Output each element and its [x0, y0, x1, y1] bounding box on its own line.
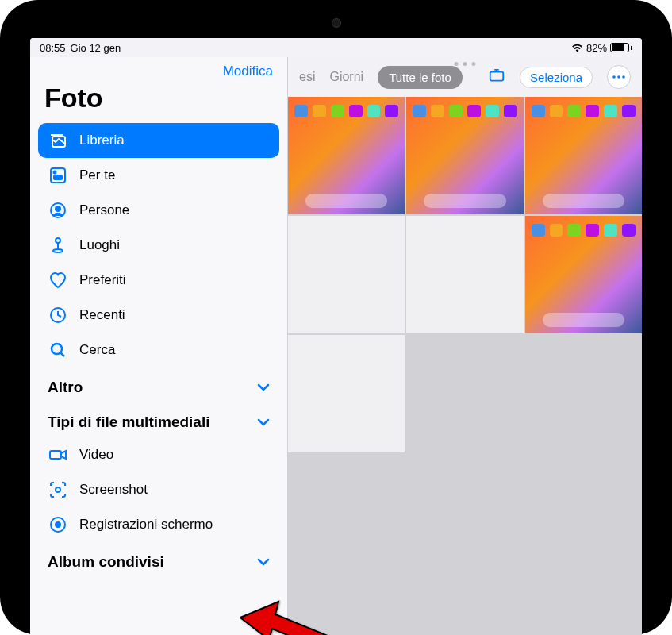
battery-icon — [610, 43, 632, 52]
people-icon — [48, 200, 68, 221]
app-title: Foto — [30, 79, 287, 123]
sidebar-item-label: Screenshot — [79, 482, 148, 498]
wifi-icon — [571, 44, 583, 52]
edit-button[interactable]: Modifica — [223, 64, 273, 79]
sidebar-section-mediatypes[interactable]: Tipi di file multimediali — [38, 402, 279, 437]
sidebar-item-favorites[interactable]: Preferiti — [38, 263, 279, 298]
library-icon — [48, 130, 68, 151]
svg-point-4 — [617, 75, 620, 79]
svg-rect-0 — [490, 72, 504, 81]
section-label: Tipi di file multimediali — [48, 414, 209, 431]
select-button[interactable]: Seleziona — [520, 67, 593, 88]
tab-all-photos[interactable]: Tutte le foto — [378, 66, 463, 89]
sidebar-item-screenshot[interactable]: Screenshot — [38, 472, 279, 507]
record-icon — [48, 514, 68, 535]
foryou-icon — [48, 165, 68, 186]
photo-thumbnail[interactable] — [406, 216, 523, 333]
photo-thumbnail[interactable] — [288, 335, 405, 452]
clock-icon — [48, 305, 68, 325]
sidebar-item-label: Recenti — [79, 307, 125, 323]
sidebar-item-foryou[interactable]: Per te — [38, 158, 279, 193]
photo-thumbnail[interactable] — [288, 97, 405, 214]
svg-point-3 — [612, 75, 616, 79]
svg-point-12 — [56, 206, 60, 211]
photo-thumbnail[interactable] — [525, 97, 642, 214]
svg-point-21 — [56, 487, 60, 492]
chevron-down-icon — [257, 418, 270, 426]
svg-point-5 — [622, 75, 625, 79]
sidebar-item-label: Luoghi — [79, 237, 120, 253]
sidebar-item-label: Video — [79, 447, 113, 463]
sidebar-item-label: Persone — [79, 202, 129, 218]
battery-percent: 82% — [586, 42, 607, 54]
status-time: 08:55 — [40, 42, 66, 54]
sidebar: Modifica Foto Libreria Per te — [30, 57, 288, 635]
photo-grid-area: esi Giorni Tutte le foto Seleziona — [288, 57, 642, 635]
search-icon — [48, 340, 68, 360]
sidebar-item-places[interactable]: Luoghi — [38, 228, 279, 263]
svg-point-15 — [53, 249, 63, 252]
chevron-down-icon — [257, 383, 270, 391]
section-label: Album condivisi — [48, 553, 164, 571]
places-icon — [48, 235, 68, 256]
sidebar-item-people[interactable]: Persone — [38, 193, 279, 228]
sidebar-item-label: Libreria — [79, 133, 125, 148]
chevron-down-icon — [257, 558, 270, 566]
photo-thumbnail[interactable] — [525, 216, 642, 333]
svg-rect-19 — [50, 451, 61, 459]
status-bar: 08:55 Gio 12 gen 82% — [30, 38, 642, 57]
view-segmented-control[interactable]: esi Giorni Tutte le foto — [299, 66, 463, 89]
more-button[interactable] — [607, 65, 631, 89]
tab-months[interactable]: esi — [299, 70, 315, 84]
svg-point-10 — [54, 171, 56, 174]
sidebar-item-video[interactable]: Video — [38, 437, 279, 472]
airplay-icon[interactable] — [488, 68, 505, 86]
svg-marker-20 — [61, 451, 66, 459]
svg-point-13 — [56, 238, 60, 243]
sidebar-item-library[interactable]: Libreria — [38, 123, 279, 158]
photo-thumbnail[interactable] — [525, 335, 642, 452]
section-label: Altro — [48, 379, 83, 396]
photo-thumbnail[interactable] — [288, 216, 405, 333]
multitask-grabber[interactable] — [455, 62, 476, 66]
photo-thumbnail[interactable] — [406, 97, 523, 214]
sidebar-section-other[interactable]: Altro — [38, 368, 279, 402]
sidebar-item-screenrecording[interactable]: Registrazioni schermo — [38, 507, 279, 542]
front-camera — [332, 18, 341, 28]
sidebar-item-label: Registrazioni schermo — [79, 517, 213, 533]
sidebar-item-label: Per te — [79, 167, 115, 183]
photo-thumbnail[interactable] — [406, 335, 523, 452]
svg-rect-9 — [54, 175, 62, 179]
video-icon — [48, 444, 68, 465]
sidebar-item-label: Preferiti — [79, 272, 126, 288]
screenshot-icon — [48, 479, 68, 500]
sidebar-item-search[interactable]: Cerca — [38, 333, 279, 368]
svg-line-18 — [60, 352, 64, 356]
status-date: Gio 12 gen — [71, 42, 121, 54]
tab-days[interactable]: Giorni — [329, 70, 363, 84]
sidebar-item-recents[interactable]: Recenti — [38, 298, 279, 333]
sidebar-item-label: Cerca — [79, 342, 115, 358]
heart-icon — [48, 270, 68, 291]
sidebar-section-shared[interactable]: Album condivisi — [38, 542, 279, 577]
svg-point-23 — [56, 522, 60, 527]
photo-grid[interactable] — [288, 97, 642, 635]
